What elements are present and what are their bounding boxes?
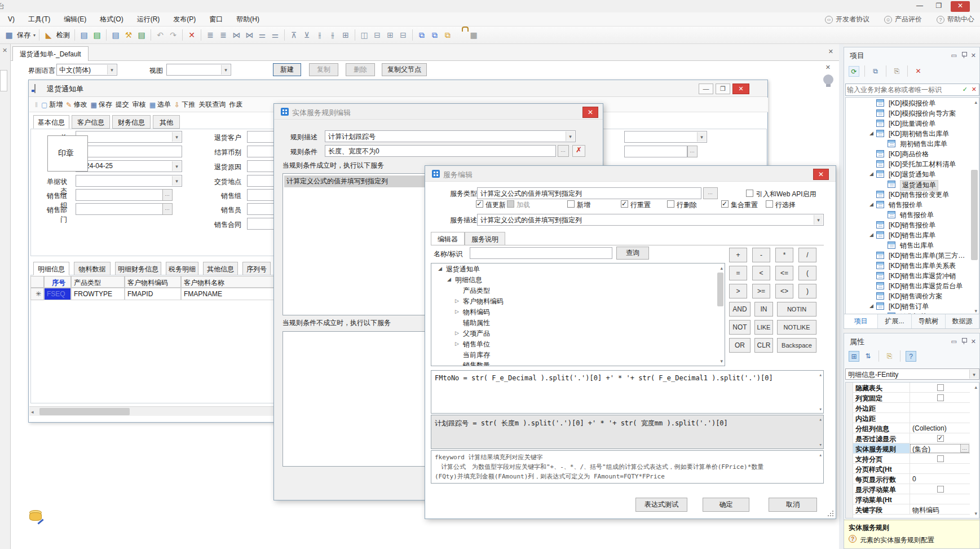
sort-az-icon[interactable]: ⇅	[863, 351, 873, 362]
scroll-down-icon[interactable]: ▾	[819, 406, 822, 412]
rule-cond-edit-button[interactable]: …	[558, 145, 569, 157]
formula-display-box[interactable]: 计划跟踪号 = str( 长度m ).split('.')[0] +' * '+…	[431, 415, 824, 449]
bill-push-button[interactable]: ⇩下推	[174, 100, 195, 109]
search-clear-icon[interactable]: ✕	[972, 86, 977, 93]
sale-dept-field[interactable]	[76, 203, 173, 215]
same-height-icon[interactable]: ⚌	[270, 29, 281, 41]
property-pages-icon[interactable]: ⎘	[884, 351, 895, 362]
project-scroll-thumb[interactable]	[971, 170, 978, 260]
cancel-button[interactable]: 取消	[769, 498, 817, 512]
check-icon[interactable]: ◣	[43, 29, 54, 41]
lock-icon[interactable]	[455, 29, 466, 41]
panel-close-icon[interactable]: ✕	[971, 52, 976, 59]
sale-org-field[interactable]	[76, 189, 173, 201]
collapse-icon[interactable]: ▷	[455, 341, 459, 346]
menu-item-help[interactable]: 帮助(H)	[229, 12, 266, 27]
doc2-icon[interactable]: ▤	[110, 29, 121, 41]
check-value-update[interactable]	[476, 200, 483, 208]
panel-close-icon[interactable]: ✕	[971, 338, 976, 345]
bill-minimize-button[interactable]: —	[699, 84, 713, 94]
field-tree[interactable]: ◢退货通知单 ◢明细信息 产品类型 ▷客户物料编码 ▷物料编码 辅助属性 ▷父项…	[431, 263, 725, 366]
op-plus[interactable]: +	[729, 248, 747, 262]
bill-date-field[interactable]: 24-04-25▾	[76, 160, 182, 172]
refresh-icon[interactable]: ⟳	[849, 66, 859, 77]
bill-no-field[interactable]	[76, 146, 182, 157]
tab-service-help[interactable]: 服务说明	[465, 232, 505, 245]
left-close-icon[interactable]: ✕	[2, 47, 7, 54]
scroll-up-icon[interactable]: ▴	[819, 452, 822, 458]
layout-grid-icon[interactable]: ⊞	[385, 29, 396, 41]
lightbulb-icon[interactable]	[823, 74, 833, 85]
delete-icon[interactable]: ✕	[186, 29, 197, 41]
formula-keyword-box[interactable]: FMtoNo = str( F_e_Decimal ).split('.')[0…	[431, 370, 824, 414]
scroll-down-icon[interactable]: ▾	[974, 511, 977, 516]
op-rparen[interactable]: )	[798, 284, 816, 298]
col3-lookup-button[interactable]: …	[687, 146, 698, 157]
check-collection-reset[interactable]	[721, 200, 729, 208]
bill-window-titlebar[interactable]: 退货通知单 — ❐ ✕	[29, 80, 767, 97]
menu-item-window[interactable]: 窗口	[202, 12, 229, 27]
save-dropdown-icon[interactable]: ▾	[33, 33, 36, 38]
collapse-icon[interactable]: ▷	[455, 330, 459, 336]
align-top-icon[interactable]: ⊼	[288, 29, 299, 41]
scroll-left-icon[interactable]: ◂	[31, 409, 34, 415]
bill-void-button[interactable]: 作废	[229, 100, 242, 109]
service-type-lookup-button[interactable]: …	[703, 187, 718, 199]
copy-style-icon[interactable]: ⧉	[416, 29, 427, 41]
bill-pick-button[interactable]: ▦选单	[149, 100, 171, 109]
prop-checkbox[interactable]	[937, 435, 944, 442]
tab-datasource[interactable]: 数据源	[946, 314, 979, 328]
doc-close-icon[interactable]: ✕	[826, 64, 831, 71]
categorized-icon[interactable]: ⊞	[849, 351, 859, 362]
float-icon[interactable]: ▭	[951, 52, 956, 59]
rule-dialog-close-button[interactable]: ✕	[582, 107, 598, 118]
expression-test-button[interactable]: 表达式测试	[635, 498, 687, 512]
col3-lookup-field[interactable]	[624, 146, 687, 157]
op-lt[interactable]: <	[752, 266, 770, 280]
scroll-down-icon[interactable]: ▾	[819, 442, 822, 447]
new-button[interactable]: 新建	[273, 63, 301, 76]
scroll-up-icon[interactable]: ▴	[974, 99, 977, 105]
grid-header-rowtype[interactable]: 产品类型	[71, 276, 125, 288]
same-width-icon[interactable]: ⚌	[257, 29, 268, 41]
service-dialog-titlebar[interactable]: 服务编辑 ✕	[425, 166, 836, 182]
expand-icon[interactable]: ◢	[869, 171, 873, 177]
ok-button[interactable]: 确定	[703, 498, 749, 512]
check-new[interactable]	[567, 200, 575, 208]
copy-button[interactable]: 复制	[309, 63, 338, 76]
copy-parent-button[interactable]: 复制父节点	[382, 63, 427, 76]
tab-extension[interactable]: 扩展...	[878, 314, 912, 328]
bill-status-select[interactable]: ▾	[76, 175, 182, 187]
float-icon[interactable]: ▭	[951, 338, 956, 345]
help-center-link[interactable]: ?帮助中心	[937, 15, 974, 24]
check-row-delete[interactable]	[667, 200, 674, 208]
tab-detail-info[interactable]: 明细信息	[33, 262, 69, 275]
space-h-icon[interactable]: ⫲	[314, 29, 325, 41]
object-selector[interactable]: 明细信息-FEntity▾	[845, 368, 979, 380]
layout-cols-icon[interactable]: ⊟	[398, 29, 409, 41]
menu-item-publish[interactable]: 发布(P)	[166, 12, 202, 27]
op-in[interactable]: IN	[754, 302, 773, 317]
op-clr[interactable]: CLR	[754, 338, 773, 353]
close-button[interactable]: ✕	[951, 1, 970, 12]
scroll-down-icon[interactable]: ▾	[720, 358, 723, 364]
bill-save-button[interactable]: ▦保存	[90, 100, 112, 109]
pin-icon[interactable]	[961, 338, 966, 345]
op-ne[interactable]: <>	[775, 284, 793, 298]
op-minus[interactable]: -	[752, 248, 770, 262]
prop-checkbox[interactable]	[937, 384, 944, 391]
sale-org-lookup-button[interactable]: …	[162, 189, 173, 201]
view-select[interactable]: ▾	[166, 64, 231, 76]
project-tree[interactable]: [KD]模拟报价单 [KD]模拟报价向导方案 [KD]批量调价单 ◢[KD]期初…	[845, 97, 979, 316]
tab-navtree[interactable]: 导航树	[912, 314, 946, 328]
service-dialog-close-button[interactable]: ✕	[813, 169, 829, 180]
tab-finance-info[interactable]: 财务信息	[112, 115, 151, 129]
tab-material-data[interactable]: 物料数据	[74, 262, 111, 275]
align-left-icon[interactable]: ≣	[205, 29, 216, 41]
save-icon[interactable]: ▦	[3, 29, 15, 41]
tab-serial-no[interactable]: 序列号	[242, 262, 271, 275]
database-icon[interactable]	[29, 510, 44, 522]
minimize-button[interactable]: —	[911, 1, 928, 12]
rule-cond-field[interactable]: 长度、宽度不为0	[325, 145, 556, 157]
grid-header-mapid[interactable]: 客户物料编码	[125, 276, 181, 288]
